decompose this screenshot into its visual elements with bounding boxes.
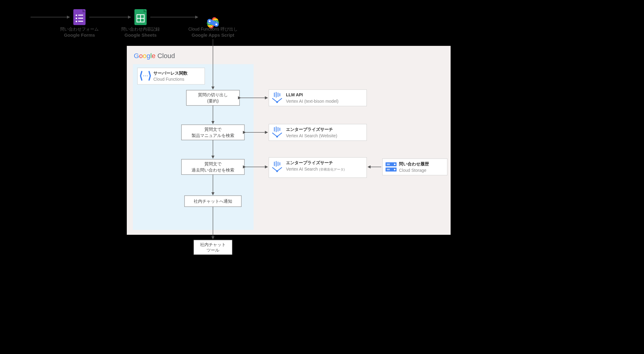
svg-text:サーバーレス関数: サーバーレス関数 bbox=[153, 71, 188, 76]
svg-point-25 bbox=[143, 75, 144, 76]
svg-text:エンタープライズサーチ: エンタープライズサーチ bbox=[286, 127, 333, 132]
gas-label-1: Cloud Functions 呼び出し bbox=[188, 27, 237, 31]
step1-text-a: 質問の切り出し bbox=[198, 92, 228, 97]
svg-text:問い合わせ履歴: 問い合わせ履歴 bbox=[399, 161, 429, 166]
svg-rect-45 bbox=[387, 164, 390, 165]
step2-text-b: 製品マニュアルを検索 bbox=[192, 133, 234, 138]
svg-rect-2 bbox=[78, 15, 83, 16]
svg-point-1 bbox=[76, 15, 77, 16]
step2-text-a: 質問文で bbox=[204, 127, 222, 132]
svg-point-31 bbox=[276, 101, 278, 103]
step4-text: 社内チャットへ通知 bbox=[194, 199, 232, 204]
forms-label-1: 問い合わせフォーム bbox=[60, 27, 99, 31]
google-cloud-logo: Google Cloud bbox=[134, 52, 175, 60]
output-text-b: ツール bbox=[207, 248, 219, 253]
svg-text:Vertex AI Search (非構造化データ): Vertex AI Search (非構造化データ) bbox=[286, 167, 345, 171]
architecture-diagram: 問い合わせフォーム Google Forms 問い合わせ内容記録 Google … bbox=[0, 0, 464, 255]
sheets-label-2: Google Sheets bbox=[124, 32, 156, 38]
svg-point-27 bbox=[147, 75, 148, 76]
vertex-search-unstructured-service: エンタープライズサーチ Vertex AI Search (非構造化データ) bbox=[269, 157, 367, 178]
forms-label-2: Google Forms bbox=[64, 32, 95, 38]
svg-text:LLM API: LLM API bbox=[286, 92, 303, 97]
cloud-storage-service: 問い合わせ履歴 Cloud Storage bbox=[382, 159, 447, 175]
llm-api-service: LLM API Vertex AI (text-bison model) bbox=[269, 90, 367, 106]
svg-text:Vertex AI (text-bison model): Vertex AI (text-bison model) bbox=[286, 99, 338, 104]
svg-text:エンタープライズサーチ: エンタープライズサーチ bbox=[286, 160, 333, 165]
svg-text:Cloud Storage: Cloud Storage bbox=[399, 168, 426, 173]
svg-point-3 bbox=[76, 18, 77, 19]
svg-rect-47 bbox=[387, 169, 390, 170]
svg-point-5 bbox=[76, 21, 77, 22]
sheets-label-1: 問い合わせ内容記録 bbox=[121, 27, 160, 31]
step3-text-a: 質問文で bbox=[204, 161, 222, 166]
cloud-functions-label: サーバーレス関数 Cloud Functions bbox=[137, 68, 205, 84]
svg-rect-4 bbox=[78, 18, 83, 19]
output-text-a: 社内チャット bbox=[200, 242, 226, 247]
google-sheets-icon bbox=[134, 9, 147, 25]
svg-point-26 bbox=[145, 75, 146, 76]
svg-text:Google Cloud: Google Cloud bbox=[134, 52, 175, 60]
step3-text-b: 過去問い合わせを検索 bbox=[192, 168, 234, 172]
svg-rect-6 bbox=[78, 21, 83, 22]
svg-point-48 bbox=[394, 169, 396, 170]
gas-label-2: Google Apps Script bbox=[192, 32, 234, 38]
svg-point-35 bbox=[276, 136, 278, 138]
svg-text:Vertex AI Search (Website): Vertex AI Search (Website) bbox=[286, 133, 337, 138]
step1-text-b: (要約) bbox=[207, 98, 218, 103]
vertex-search-website-service: エンタープライズサーチ Vertex AI Search (Website) bbox=[269, 124, 367, 141]
google-forms-icon bbox=[73, 9, 86, 25]
svg-point-39 bbox=[276, 170, 278, 172]
svg-text:Cloud Functions: Cloud Functions bbox=[153, 77, 184, 82]
svg-point-46 bbox=[394, 164, 396, 165]
